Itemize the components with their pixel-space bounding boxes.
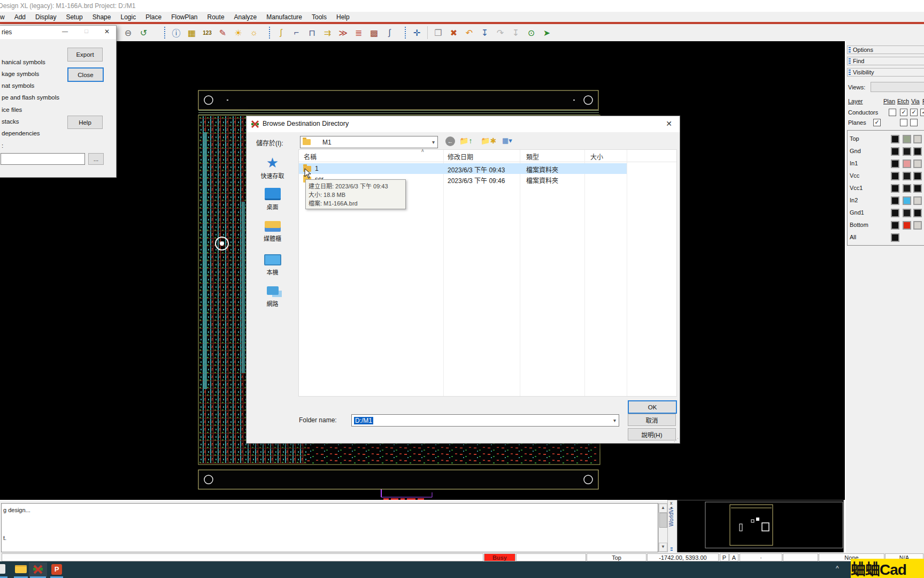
tab-find[interactable]: Find xyxy=(847,57,924,65)
delete-icon[interactable]: ✖ xyxy=(446,26,461,40)
scroll-up-icon[interactable]: ▲ xyxy=(659,504,667,513)
show-hidden-icons-chevron[interactable]: ^ xyxy=(836,565,839,572)
conductors-pin-checkbox[interactable]: ✓ xyxy=(920,109,924,116)
layer-global-swatch[interactable] xyxy=(891,184,899,193)
menu-analyze[interactable]: Analyze xyxy=(229,13,262,21)
menu-display[interactable]: Display xyxy=(30,13,61,21)
sidebar-item-quick-access[interactable]: ★ 快速存取 xyxy=(247,155,298,180)
resize-grip[interactable]: ⋰ xyxy=(674,437,679,443)
file-explorer-icon[interactable] xyxy=(15,565,27,573)
pick-grid-button[interactable]: P xyxy=(720,553,729,561)
scroll-down-icon[interactable]: ▼ xyxy=(659,543,667,552)
cancel-button[interactable]: 取消 xyxy=(628,414,676,426)
conductors-etch-checkbox[interactable]: ✓ xyxy=(900,109,907,116)
export-item-package-symbols[interactable]: kage symbols xyxy=(2,71,39,77)
export-item-device-files[interactable]: ice files xyxy=(2,107,22,113)
layer-color-swatch[interactable] xyxy=(903,209,911,217)
copy-icon[interactable]: ❐ xyxy=(430,26,446,40)
browse-dialog-title-bar[interactable]: Browse Destination Directory ✕ xyxy=(247,116,680,132)
export-button[interactable]: Export xyxy=(67,48,103,62)
layer-global-swatch[interactable] xyxy=(891,147,899,156)
delay-tune-icon[interactable]: ≣ xyxy=(351,26,366,40)
highlight-icon[interactable]: ⊙ xyxy=(523,26,539,40)
sidebar-item-desktop[interactable]: 桌面 xyxy=(247,188,298,211)
console-scrollbar[interactable]: ▲ ▼ xyxy=(658,503,668,552)
column-divider[interactable] xyxy=(443,150,444,396)
worldview-tab[interactable]: x ◂ WorldVi xyxy=(667,500,677,553)
layer-global-swatch[interactable] xyxy=(891,159,899,168)
console-output[interactable]: g design... t. xyxy=(1,503,658,552)
export-item-shape-flash-symbols[interactable]: pe and flash symbols xyxy=(2,94,59,101)
layer-global-swatch[interactable] xyxy=(891,172,899,180)
column-divider[interactable] xyxy=(520,150,520,396)
layer-color-swatch[interactable] xyxy=(903,147,911,156)
taskbar-app-icon[interactable] xyxy=(0,564,5,574)
layer-via-swatch[interactable] xyxy=(913,221,922,230)
layer-global-swatch[interactable] xyxy=(891,233,899,242)
allegro-taskbar-icon[interactable] xyxy=(33,564,43,575)
toolbar-grip[interactable] xyxy=(404,27,407,39)
minimize-icon[interactable]: — xyxy=(62,28,68,34)
export-item-format-symbols[interactable]: nat symbols xyxy=(2,82,34,89)
menu-place[interactable]: Place xyxy=(141,13,166,21)
swap-icon[interactable]: ▩ xyxy=(366,26,382,40)
layer-global-swatch[interactable] xyxy=(891,209,899,217)
menu-setup[interactable]: Setup xyxy=(61,13,87,21)
application-mode-button[interactable]: A xyxy=(729,553,738,561)
tab-visibility[interactable]: Visibility xyxy=(847,68,924,77)
tab-options[interactable]: Options xyxy=(847,45,924,54)
menu-route[interactable]: Route xyxy=(203,13,229,21)
sidebar-item-network[interactable]: 網路 xyxy=(247,286,298,308)
export-dialog-title-bar[interactable]: ries — □ ✕ xyxy=(0,26,116,39)
column-header-modified[interactable]: 修改日期 xyxy=(448,152,473,161)
view-menu-icon[interactable]: ▦▾ xyxy=(502,136,512,144)
layer-color-swatch[interactable] xyxy=(903,221,911,230)
layer-color-swatch[interactable] xyxy=(903,135,911,143)
add-connect-icon[interactable]: ʃ xyxy=(273,26,289,40)
menu-add[interactable]: Add xyxy=(10,13,30,21)
layer-global-swatch[interactable] xyxy=(891,135,899,143)
help-button[interactable]: Help xyxy=(67,116,103,129)
scrollbar-thumb[interactable] xyxy=(659,513,667,528)
powerpoint-icon[interactable]: P xyxy=(51,564,62,575)
close-icon[interactable]: ✕ xyxy=(666,119,672,128)
wave-icon[interactable]: ∫ xyxy=(382,26,397,40)
planes-etch-checkbox[interactable] xyxy=(900,119,907,126)
up-one-level-icon[interactable]: 📁↑ xyxy=(459,136,472,145)
header-plan[interactable]: Plan xyxy=(883,98,895,104)
layer-via-swatch[interactable] xyxy=(913,159,922,168)
redo-icon[interactable]: ↷ xyxy=(492,26,508,40)
pin-icon[interactable]: ➤ xyxy=(539,26,555,40)
export-path-input[interactable] xyxy=(1,153,85,165)
menu-flowplan[interactable]: FlowPlan xyxy=(166,13,202,21)
column-header-size[interactable]: 大小 xyxy=(590,152,603,161)
spread-icon[interactable]: ≫ xyxy=(335,26,351,40)
toolbar-grip[interactable] xyxy=(268,27,271,39)
export-item-padstacks[interactable]: stacks xyxy=(2,118,19,125)
column-divider[interactable] xyxy=(627,150,627,396)
layer-via-swatch[interactable] xyxy=(913,147,922,156)
export-item-dependencies[interactable]: dependencies xyxy=(2,130,40,136)
route-fanout-icon[interactable]: ⌐ xyxy=(289,26,304,40)
menu-help[interactable]: Help xyxy=(332,13,355,21)
conductors-via-checkbox[interactable]: ✓ xyxy=(910,109,918,116)
measure-icon[interactable]: 123 xyxy=(199,26,215,40)
export-item-mechanical-symbols[interactable]: hanical symbols xyxy=(2,59,45,65)
new-folder-icon[interactable]: 📁✱ xyxy=(481,136,496,145)
layer-global-swatch[interactable] xyxy=(891,221,899,230)
folder-name-value[interactable]: D:/M1 xyxy=(354,417,373,424)
sidebar-item-libraries[interactable]: 媒體櫃 xyxy=(247,221,298,242)
file-row-selected[interactable]: 1 2023/6/3 下午 09:43 檔案資料夾 xyxy=(299,163,627,174)
layer-via-swatch[interactable] xyxy=(913,184,922,193)
column-divider[interactable] xyxy=(584,150,585,396)
close-icon[interactable]: ✕ xyxy=(104,28,110,35)
sidebar-item-this-pc[interactable]: 本機 xyxy=(247,254,298,276)
layer-color-swatch[interactable] xyxy=(903,196,911,205)
ok-button[interactable]: OK xyxy=(628,400,677,414)
route-pin-icon[interactable]: ⊓ xyxy=(304,26,320,40)
layer-via-swatch[interactable] xyxy=(913,196,922,205)
layer-via-swatch[interactable] xyxy=(913,172,922,180)
menu-tools[interactable]: Tools xyxy=(307,13,332,21)
oops-icon[interactable]: ↶ xyxy=(461,26,477,40)
zoom-out-icon[interactable]: ⊖ xyxy=(120,26,136,40)
